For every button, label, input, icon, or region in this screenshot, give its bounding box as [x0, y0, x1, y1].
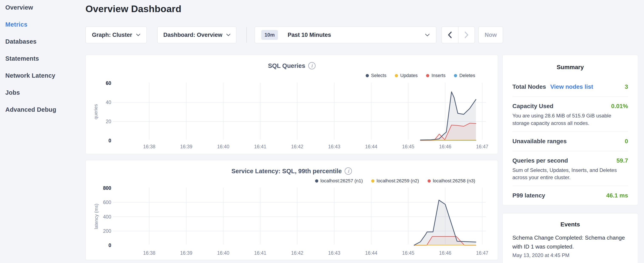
svg-text:16:44: 16:44: [365, 144, 378, 149]
svg-text:16:41: 16:41: [254, 250, 266, 256]
y-axis-label: queries: [93, 104, 99, 119]
sidebar-item-network-latency[interactable]: Network Latency: [5, 72, 56, 79]
y-axis-label: latency (ms): [94, 204, 99, 229]
summary-label: Queries per second: [512, 157, 568, 164]
info-icon[interactable]: i: [345, 167, 352, 175]
svg-text:16:42: 16:42: [291, 250, 304, 256]
chevron-right-icon: [464, 31, 469, 39]
summary-row-unavailable-ranges: Unavailable ranges 0: [512, 132, 628, 151]
summary-row-capacity-used: Capacity Used 0.01% You are using 28.6 M…: [512, 97, 628, 132]
sidebar-item-metrics[interactable]: Metrics: [5, 21, 56, 28]
time-back-button[interactable]: [442, 27, 458, 43]
svg-text:0: 0: [108, 138, 111, 143]
svg-text:16:39: 16:39: [180, 250, 192, 256]
svg-text:16:39: 16:39: [180, 144, 192, 149]
svg-text:20: 20: [106, 119, 111, 124]
legend-label: Updates: [400, 73, 418, 78]
legend-dot-icon: [366, 74, 369, 77]
summary-row-p99-latency: P99 latency 46.1 ms: [512, 186, 628, 205]
sql-queries-legend: SelectsUpdatesInsertsDeletes: [366, 73, 475, 78]
chart-title: SQL Queries: [268, 62, 305, 69]
svg-text:800: 800: [103, 185, 111, 191]
summary-value: 59.7: [616, 157, 628, 164]
summary-label: Capacity Used: [512, 103, 554, 110]
legend-item: localhost:26258 (n3): [428, 178, 475, 184]
event-message: Schema Change Completed: Schema change w…: [512, 233, 625, 251]
svg-text:60: 60: [106, 80, 111, 86]
now-button[interactable]: Now: [478, 27, 503, 43]
event-item[interactable]: Schema Change Completed: Schema change w…: [512, 233, 628, 258]
sql-queries-chart-card: 16:3816:3916:4016:4116:4216:4316:4416:45…: [86, 55, 498, 154]
svg-text:200: 200: [103, 228, 111, 234]
time-step-controls: [442, 27, 475, 43]
now-button-label: Now: [485, 32, 497, 38]
sql-queries-chart-svg: 16:3816:3916:4016:4116:4216:4316:4416:45…: [86, 55, 498, 154]
summary-value: 0.01%: [611, 103, 628, 110]
svg-text:16:46: 16:46: [439, 144, 451, 149]
summary-label: Unavailable ranges: [512, 138, 566, 145]
sidebar-item-statements[interactable]: Statements: [5, 55, 56, 62]
svg-text:16:42: 16:42: [291, 144, 304, 149]
legend-dot-icon: [454, 74, 457, 77]
chart-title: Service Latency: SQL, 99th percentile: [232, 168, 342, 175]
legend-label: Deletes: [459, 73, 475, 78]
events-panel: Events Schema Change Completed: Schema c…: [502, 213, 638, 263]
time-range-picker[interactable]: 10m Past 10 Minutes: [255, 27, 436, 43]
legend-dot-icon: [315, 179, 318, 183]
sidebar-item-databases[interactable]: Databases: [5, 38, 56, 45]
svg-text:16:43: 16:43: [328, 144, 340, 149]
summary-value: 3: [625, 83, 628, 90]
view-nodes-list-link[interactable]: View nodes list: [550, 83, 593, 90]
page-title: Overview Dashboard: [86, 4, 181, 15]
legend-item: localhost:26257 (n1): [315, 178, 363, 184]
legend-item: Selects: [366, 73, 386, 78]
chevron-down-icon: [136, 34, 140, 36]
info-icon[interactable]: i: [308, 62, 316, 69]
legend-item: Updates: [395, 73, 418, 78]
svg-text:600: 600: [103, 200, 111, 205]
sidebar-item-jobs[interactable]: Jobs: [5, 89, 56, 96]
svg-text:40: 40: [106, 100, 111, 105]
sidebar: Overview Metrics Databases Statements Ne…: [5, 4, 56, 113]
time-range-label: Past 10 Minutes: [288, 32, 331, 38]
sidebar-item-advanced-debug[interactable]: Advanced Debug: [5, 106, 56, 113]
summary-title: Summary: [502, 55, 638, 71]
time-forward-button[interactable]: [458, 27, 475, 43]
svg-text:16:38: 16:38: [143, 144, 156, 149]
svg-text:16:41: 16:41: [254, 144, 266, 149]
svg-text:16:40: 16:40: [217, 250, 230, 256]
latency-legend: localhost:26257 (n1)localhost:26259 (n2)…: [315, 178, 475, 184]
legend-dot-icon: [428, 179, 431, 183]
legend-item: Inserts: [426, 73, 446, 78]
sidebar-item-overview[interactable]: Overview: [5, 4, 56, 11]
legend-label: localhost:26258 (n3): [433, 178, 475, 184]
svg-text:16:47: 16:47: [476, 250, 488, 256]
dashboard-dropdown[interactable]: Dashboard: Overview: [157, 27, 236, 43]
dashboard-dropdown-label: Dashboard: Overview: [163, 32, 222, 38]
latency-chart-svg: 16:3816:3916:4016:4116:4216:4316:4416:45…: [86, 160, 498, 260]
summary-description: Sum of Selects, Updates, Inserts, and De…: [512, 167, 628, 181]
svg-text:16:44: 16:44: [365, 250, 378, 256]
latency-chart-card: 16:3816:3916:4016:4116:4216:4316:4416:45…: [86, 160, 498, 260]
summary-value: 46.1 ms: [606, 192, 628, 199]
svg-text:16:45: 16:45: [402, 250, 414, 256]
summary-value: 0: [625, 138, 628, 145]
chevron-down-icon: [425, 34, 430, 36]
svg-text:16:38: 16:38: [143, 250, 156, 256]
legend-dot-icon: [426, 74, 429, 77]
toolbar-divider: [246, 27, 247, 43]
time-range-badge: 10m: [261, 30, 278, 40]
graph-dropdown-label: Graph: Cluster: [92, 32, 132, 38]
svg-text:16:40: 16:40: [217, 144, 230, 149]
summary-row-total-nodes: Total Nodes View nodes list 3: [512, 77, 628, 97]
svg-text:16:45: 16:45: [402, 144, 414, 149]
summary-label: Total Nodes: [512, 83, 546, 90]
legend-label: localhost:26257 (n1): [320, 178, 363, 184]
graph-dropdown[interactable]: Graph: Cluster: [86, 27, 147, 43]
legend-label: localhost:26259 (n2): [376, 178, 419, 184]
svg-text:0: 0: [108, 242, 111, 248]
summary-label: P99 latency: [512, 192, 545, 199]
chevron-down-icon: [226, 34, 230, 36]
svg-text:16:46: 16:46: [439, 250, 451, 256]
svg-text:16:47: 16:47: [476, 144, 488, 149]
